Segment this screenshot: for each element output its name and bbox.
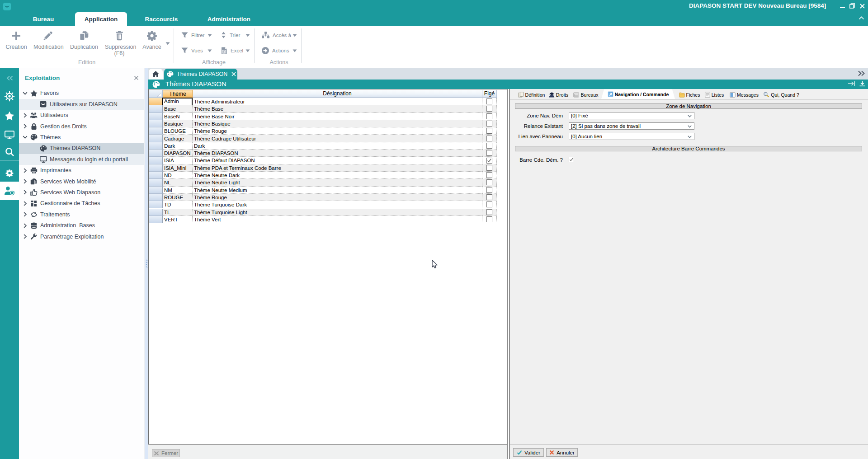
- row-selector[interactable]: [149, 157, 163, 164]
- chevron-right-icon[interactable]: [22, 179, 28, 184]
- tree-item[interactable]: Gestionnaire de Tâches: [19, 198, 144, 209]
- dropdown-arrow-icon[interactable]: [208, 49, 212, 52]
- cell-designation[interactable]: Thème Administrateur: [193, 98, 482, 105]
- activity-monitor-w-icon[interactable]: [0, 125, 19, 144]
- fige-checkbox[interactable]: [486, 121, 492, 126]
- activity-gear-w-icon[interactable]: [0, 164, 19, 183]
- row-selector[interactable]: [149, 172, 163, 179]
- ribbon-tab-raccourcis[interactable]: Raccourcis: [134, 12, 189, 26]
- cell-fige[interactable]: [482, 142, 497, 150]
- fige-checkbox[interactable]: [486, 165, 492, 171]
- cell-designation[interactable]: Thème Neutre Dark: [193, 172, 482, 179]
- cell-fige[interactable]: [482, 209, 497, 216]
- cell-fige[interactable]: [482, 216, 497, 223]
- panel-splitter[interactable]: [145, 68, 148, 459]
- chevron-right-icon[interactable]: [22, 223, 28, 228]
- cell-designation[interactable]: Thème Turquoise Dark: [193, 201, 482, 208]
- cell-designation[interactable]: Thème Défaut DIAPASON: [193, 157, 482, 164]
- valider-button[interactable]: Valider: [513, 448, 544, 457]
- tree-item[interactable]: Utilisateurs sur DIAPASON: [19, 99, 144, 110]
- row-selector[interactable]: [149, 127, 163, 135]
- cell-designation[interactable]: Thème Turquoise Light: [193, 209, 482, 216]
- tree-item[interactable]: Services Web Diapason: [19, 187, 144, 198]
- chevron-right-icon[interactable]: [22, 201, 28, 206]
- cell-theme[interactable]: TL: [163, 209, 193, 216]
- row-selector[interactable]: [149, 209, 163, 216]
- fige-checkbox[interactable]: [486, 98, 492, 104]
- cell-designation[interactable]: Thème Neutre Medium: [193, 187, 482, 194]
- fige-checkbox[interactable]: [486, 113, 492, 119]
- tab-close-icon[interactable]: [231, 72, 236, 76]
- tree-item[interactable]: Thèmes DIAPASON: [19, 143, 144, 154]
- cell-fige[interactable]: [482, 172, 497, 179]
- activity-user-shield-icon[interactable]: [0, 182, 19, 200]
- barre-cde-checkbox[interactable]: [569, 157, 574, 162]
- detail-tab-navigation-commande[interactable]: Navigation / Commande: [601, 89, 675, 99]
- chevron-down-icon[interactable]: [22, 92, 28, 95]
- cell-fige[interactable]: [482, 113, 497, 120]
- fige-checkbox[interactable]: [486, 187, 492, 193]
- dropdown-arrow-icon[interactable]: [292, 49, 297, 52]
- cell-theme[interactable]: ISIA: [163, 157, 193, 164]
- close-button[interactable]: [856, 0, 868, 12]
- cell-designation[interactable]: Thème Vert: [193, 216, 482, 223]
- chevron-right-icon[interactable]: [22, 168, 28, 173]
- detail-tab-qui-quand-[interactable]: Qui, Quand ?: [762, 90, 800, 99]
- export-icon[interactable]: [859, 81, 865, 87]
- ribbon-button-trier[interactable]: Trier: [220, 31, 240, 39]
- cell-fige[interactable]: [482, 194, 497, 201]
- table-header-fige[interactable]: Figé: [482, 90, 497, 98]
- fige-checkbox[interactable]: [486, 106, 492, 112]
- tree-item[interactable]: Traitements: [19, 209, 144, 220]
- tree-item[interactable]: Services Web Mobilité: [19, 176, 144, 187]
- chevron-right-icon[interactable]: [22, 212, 28, 217]
- cell-designation[interactable]: Thème Neutre Light: [193, 179, 482, 186]
- row-selector[interactable]: [149, 150, 163, 157]
- cell-theme[interactable]: Cadrage: [163, 135, 193, 142]
- ribbon-button-actions[interactable]: Actions: [261, 47, 289, 55]
- ribbon-button-excel[interactable]: Excel: [220, 47, 243, 55]
- fige-checkbox[interactable]: [486, 136, 492, 141]
- dropdown-arrow-icon[interactable]: [245, 34, 250, 37]
- themes-diapason-tab[interactable]: Thèmes DIAPASON: [164, 69, 237, 80]
- cell-fige[interactable]: [482, 164, 497, 172]
- ribbon-button-filtrer[interactable]: Filtrer: [181, 31, 204, 39]
- cell-fige[interactable]: [482, 187, 497, 194]
- cell-designation[interactable]: Thème Rouge: [193, 127, 482, 135]
- activity-search-w-icon[interactable]: [0, 142, 19, 161]
- ribbon-button-accs[interactable]: Accès à: [261, 31, 291, 39]
- field-dropdown-2[interactable]: [2] Si pas dans zone de travail: [569, 122, 694, 130]
- detail-tab-droits[interactable]: Droits: [547, 90, 571, 99]
- fige-checkbox[interactable]: [486, 216, 492, 222]
- chevron-right-icon[interactable]: [22, 113, 28, 118]
- tree-item[interactable]: Gestion des Droits: [19, 121, 144, 131]
- cell-theme[interactable]: ISIA_Mini: [163, 164, 193, 172]
- row-selector[interactable]: [149, 135, 163, 142]
- row-selector[interactable]: [149, 187, 163, 194]
- ribbon-button-trash[interactable]: Suppression(F6): [105, 28, 134, 56]
- cell-designation[interactable]: Dark: [193, 142, 482, 150]
- fige-checkbox[interactable]: [486, 209, 492, 215]
- ribbon-button-pencil[interactable]: Modification: [33, 28, 62, 50]
- pin-panel-icon[interactable]: [848, 81, 855, 87]
- ribbon-button-gear[interactable]: Avancé: [137, 28, 166, 50]
- row-selector[interactable]: [149, 113, 163, 120]
- activity-helm-icon[interactable]: [0, 87, 19, 106]
- ribbon-tab-administration[interactable]: Administration: [198, 12, 260, 26]
- cell-theme[interactable]: NL: [163, 179, 193, 186]
- fige-checkbox[interactable]: [486, 158, 492, 164]
- tree-close-icon[interactable]: [134, 75, 139, 80]
- ribbon-collapse-icon[interactable]: [859, 16, 864, 20]
- cell-fige[interactable]: [482, 98, 497, 105]
- ribbon-button-copy[interactable]: Duplication: [70, 28, 99, 50]
- fige-checkbox[interactable]: [486, 179, 492, 185]
- cell-theme[interactable]: Basique: [163, 120, 193, 127]
- dropdown-arrow-icon[interactable]: [208, 34, 212, 37]
- tree-item[interactable]: Paramétrage Exploitation: [19, 231, 144, 242]
- fermer-button[interactable]: Fermer: [152, 449, 180, 457]
- detail-tab-listes[interactable]: Listes: [703, 90, 726, 99]
- home-tab[interactable]: [149, 69, 163, 80]
- cell-fige[interactable]: [482, 135, 497, 142]
- cell-designation[interactable]: Thème PDA et Terminaux Code Barre: [193, 164, 482, 172]
- tree-item[interactable]: Thèmes: [19, 132, 144, 143]
